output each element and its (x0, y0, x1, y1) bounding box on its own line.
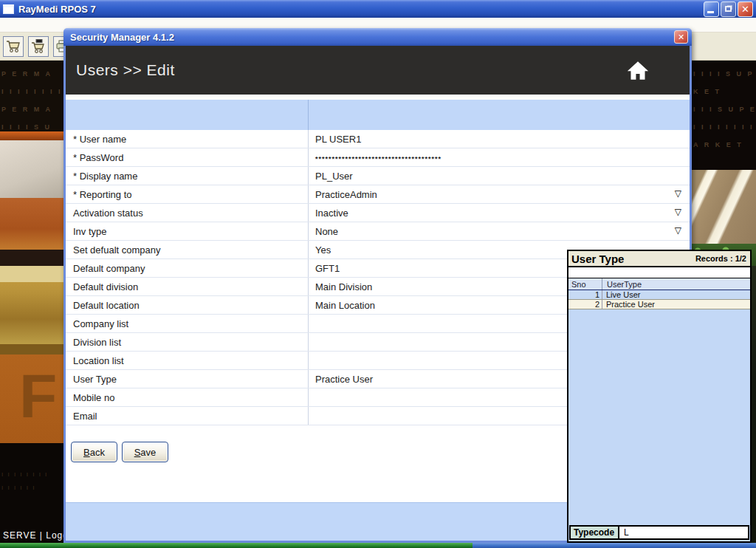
field-label: Company list (66, 315, 309, 332)
field-label: Location list (66, 352, 309, 369)
cart-card-button[interactable] (28, 36, 49, 57)
storefront-signage-left: P E R M AI I I I I I I I IP E R M AI I I… (0, 61, 63, 131)
cart-icon (6, 40, 21, 53)
dialog-title: Security Manager 4.1.2 (70, 32, 674, 43)
dropdown-arrow-icon[interactable]: ▽ (675, 226, 681, 235)
user-type-popup: User Type Records : 1/2 Sno UserType 1Li… (567, 250, 752, 543)
field-label: Mobile no (66, 388, 309, 406)
popup-title: User Type (571, 253, 624, 265)
user-type-grid: 1Live User2Practice User (568, 290, 750, 309)
bakery-counter-photo (0, 266, 63, 355)
field-label: Email (66, 407, 309, 425)
field-value[interactable]: PL USER1 (309, 130, 690, 148)
field-label: Default company (66, 259, 309, 277)
records-count: Records : 1/2 (695, 254, 746, 263)
close-button[interactable]: ✕ (738, 1, 753, 17)
field-label: Inv type (66, 222, 309, 240)
field-label: * User name (66, 130, 309, 148)
main-window-title: RayMedi RPOS 7 (18, 4, 704, 15)
form-row: * User namePL USER1 (66, 130, 690, 148)
field-label: * Display name (66, 167, 309, 185)
field-label: * PassWord (66, 148, 309, 166)
status-bar-text: SERVE | Logg (3, 530, 63, 541)
field-label: * Reporting to (66, 185, 309, 203)
cart-button[interactable] (3, 36, 24, 57)
typecode-row: Typecode L (569, 525, 749, 540)
storefront-signage-right: I I I I S U PK E TI I I S U P EI I I I I… (692, 61, 756, 170)
user-type-grid-header: Sno UserType (568, 278, 750, 290)
dropdown-arrow-icon[interactable]: ▽ (675, 189, 681, 198)
row-sno: 1 (568, 290, 602, 299)
field-value[interactable]: Inactive (309, 204, 690, 222)
home-icon (626, 61, 650, 81)
user-type-row[interactable]: 2Practice User (568, 300, 750, 309)
page-header: Users >> Edit (66, 46, 690, 95)
field-label: User Type (66, 370, 309, 388)
restore-icon (725, 6, 732, 12)
field-label: Default division (66, 278, 309, 295)
save-button[interactable]: Save (122, 442, 168, 462)
bottom-green-strip (0, 543, 472, 548)
field-value[interactable]: PL_User (309, 167, 690, 185)
row-sno: 2 (568, 300, 602, 309)
field-label: Division list (66, 333, 309, 351)
maximize-button[interactable] (721, 1, 736, 17)
ceiling-lights-photo (692, 170, 756, 244)
popup-filter-row[interactable] (568, 267, 750, 278)
close-icon: ✕ (678, 32, 684, 42)
row-usertype: Live User (602, 290, 750, 299)
minimize-button[interactable] (704, 1, 719, 17)
form-row: * Reporting toPracticeAdmin▽ (66, 185, 690, 204)
form-header-band (66, 100, 690, 130)
home-button[interactable] (626, 61, 650, 81)
typecode-input[interactable]: L (619, 527, 748, 538)
user-type-popup-header: User Type Records : 1/2 (568, 251, 750, 267)
column-header-sno: Sno (568, 278, 602, 290)
field-label: Set defualt company (66, 241, 309, 258)
page-title: Users >> Edit (76, 61, 626, 79)
dropdown-arrow-icon[interactable]: ▽ (675, 208, 681, 216)
dialog-titlebar[interactable]: Security Manager 4.1.2 ✕ (63, 28, 692, 46)
field-value[interactable]: PracticeAdmin (309, 185, 690, 203)
floor-letter: F (19, 360, 57, 432)
field-label: Activation status (66, 204, 309, 222)
form-row: Activation statusInactive▽ (66, 204, 690, 222)
user-type-row[interactable]: 1Live User (568, 290, 750, 300)
field-value[interactable]: None (309, 222, 690, 240)
minimize-icon (707, 11, 714, 13)
typecode-label: Typecode (571, 527, 619, 538)
bottom-blue-strip (472, 543, 756, 548)
field-label: Default location (66, 296, 309, 314)
app-icon (3, 4, 14, 14)
form-row: Inv typeNone▽ (66, 222, 690, 241)
back-button[interactable]: Back (71, 442, 117, 462)
main-titlebar: RayMedi RPOS 7 ✕ (0, 0, 756, 18)
close-icon: ✕ (741, 4, 749, 14)
form-row: * Display namePL_User (66, 167, 690, 185)
form-row: * PassWord******************************… (66, 148, 690, 167)
column-header-usertype: UserType (602, 278, 750, 290)
dialog-close-button[interactable]: ✕ (674, 30, 688, 44)
row-usertype: Practice User (602, 300, 750, 309)
background-photo-left: P E R M AI I I I I I I I IP E R M AI I I… (0, 61, 63, 543)
screen: RayMedi RPOS 7 ✕ (0, 0, 756, 548)
cart-card-icon (31, 39, 46, 54)
field-value[interactable]: ************************************** (309, 148, 690, 166)
